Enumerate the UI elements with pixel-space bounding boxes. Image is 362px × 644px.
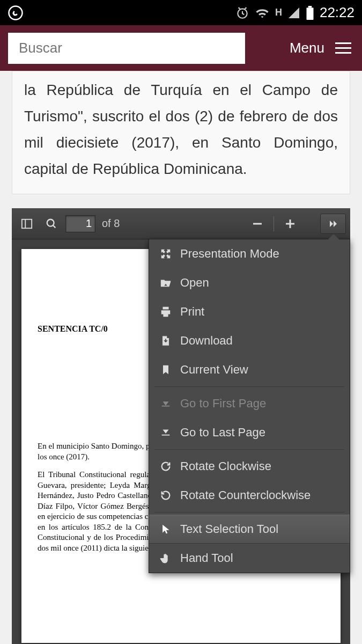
menu-item-label: Download: [180, 334, 233, 348]
sidebar-toggle-button[interactable]: [16, 213, 38, 235]
menu-download[interactable]: Download: [149, 326, 350, 355]
menu-separator: [154, 386, 344, 387]
menu-text-selection[interactable]: Text Selection Tool: [149, 515, 350, 544]
svg-line-7: [53, 225, 56, 228]
menu-item-label: Go to Last Page: [180, 426, 265, 440]
clock-label: 22:22: [320, 4, 354, 21]
search-box[interactable]: [8, 33, 245, 64]
menu-hand-tool[interactable]: Hand Tool: [149, 544, 350, 573]
svg-rect-4: [22, 219, 32, 228]
menu-item-label: Text Selection Tool: [180, 522, 278, 536]
document-description: la República de Turquía en el Campo de T…: [12, 71, 350, 194]
svg-rect-3: [308, 6, 312, 8]
menu-rotate-ccw[interactable]: Rotate Counterclockwise: [149, 481, 350, 510]
svg-rect-2: [306, 8, 313, 20]
alarm-icon: [235, 6, 249, 20]
menu-item-label: Go to First Page: [180, 397, 266, 411]
menu-item-label: Presentation Mode: [180, 247, 279, 261]
menu-item-label: Open: [180, 276, 209, 290]
signal-icon: [287, 6, 300, 19]
toolbar-divider: [274, 216, 274, 231]
menu-rotate-cw[interactable]: Rotate Clockwise: [149, 452, 350, 481]
zoom-out-button[interactable]: [247, 213, 268, 235]
pdf-toolbar: of 8: [12, 208, 350, 239]
page-count-label: of 8: [102, 217, 120, 230]
battery-icon: [306, 6, 314, 20]
rotate-cw-icon: [159, 459, 173, 473]
android-status-bar: H 22:22: [0, 0, 362, 25]
menu-item-label: Print: [180, 305, 204, 319]
hamburger-icon: [335, 42, 351, 54]
last-page-icon: [159, 426, 173, 440]
menu-last-page[interactable]: Go to Last Page: [149, 418, 350, 447]
svg-point-0: [9, 6, 23, 19]
page-number-input[interactable]: [65, 215, 95, 232]
menu-toggle[interactable]: Menu: [245, 40, 354, 56]
bookmark-icon: [159, 363, 173, 377]
cursor-icon: [159, 522, 173, 536]
rotate-ccw-icon: [159, 488, 173, 502]
search-input[interactable]: [19, 40, 234, 56]
menu-item-label: Rotate Counterclockwise: [180, 488, 311, 502]
menu-item-label: Current View: [180, 363, 248, 377]
zoom-in-button[interactable]: [279, 213, 301, 235]
menu-separator: [154, 449, 344, 450]
dropdown-arrow: [328, 234, 339, 239]
wifi-icon: [255, 5, 270, 20]
pdf-viewer: of 8 Presentation Mode Open: [12, 208, 350, 644]
first-page-icon: [159, 397, 173, 411]
menu-item-label: Rotate Clockwise: [180, 459, 271, 473]
status-left: [8, 5, 24, 21]
network-type-label: H: [275, 7, 282, 18]
whatsapp-icon: [8, 5, 24, 21]
menu-open[interactable]: Open: [149, 268, 350, 297]
menu-item-label: Hand Tool: [180, 551, 233, 565]
tools-menu-button[interactable]: [320, 214, 346, 234]
site-header: Menu: [0, 25, 362, 71]
menu-first-page: Go to First Page: [149, 389, 350, 418]
fullscreen-icon: [159, 247, 173, 261]
hand-icon: [159, 551, 173, 565]
download-icon: [159, 334, 173, 348]
menu-presentation-mode[interactable]: Presentation Mode: [149, 239, 350, 268]
find-button[interactable]: [41, 213, 62, 235]
print-icon: [159, 305, 173, 319]
menu-print[interactable]: Print: [149, 297, 350, 326]
folder-open-icon: [159, 276, 173, 290]
status-right: H 22:22: [235, 4, 354, 21]
menu-current-view[interactable]: Current View: [149, 355, 350, 384]
menu-label: Menu: [290, 40, 324, 56]
svg-point-6: [47, 219, 54, 226]
menu-separator: [154, 512, 344, 513]
tools-dropdown: Presentation Mode Open Print Download Cu: [149, 239, 350, 573]
